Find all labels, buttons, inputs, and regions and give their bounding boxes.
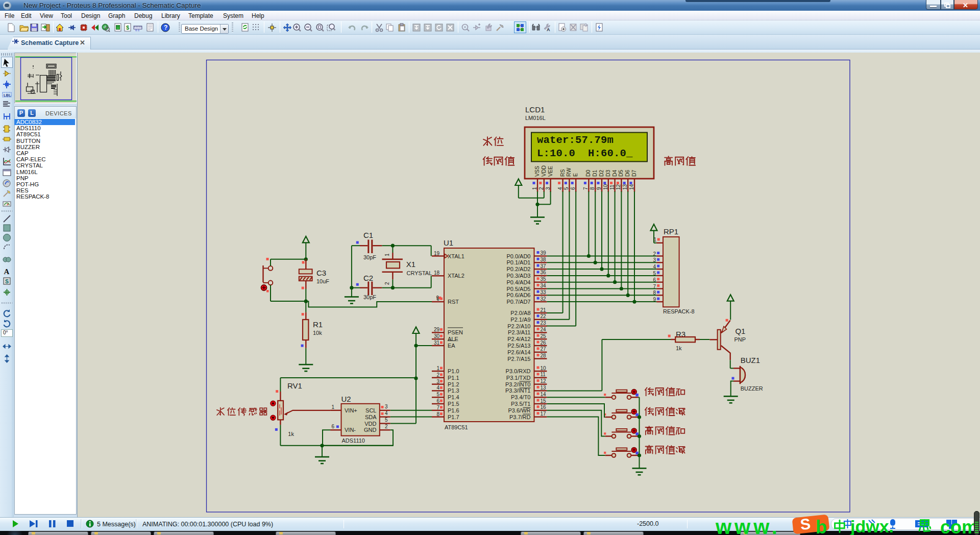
svg-text:3: 3	[385, 404, 388, 409]
svg-text:7: 7	[436, 405, 439, 410]
svg-text:38: 38	[541, 257, 547, 262]
svg-text:ALE: ALE	[448, 336, 458, 342]
svg-text:P2.5/A13: P2.5/A13	[507, 343, 530, 349]
svg-text:7: 7	[653, 284, 656, 289]
svg-text:BUZZER: BUZZER	[741, 385, 763, 392]
svg-text:12: 12	[541, 378, 547, 384]
svg-text:P0.3/AD3: P0.3/AD3	[506, 273, 530, 279]
svg-text:D7: D7	[631, 169, 637, 177]
svg-text:25: 25	[541, 333, 547, 339]
svg-text:2: 2	[436, 372, 439, 378]
svg-text:RV1: RV1	[287, 381, 302, 390]
svg-text:3: 3	[436, 379, 439, 384]
svg-text:P2.3/A11: P2.3/A11	[508, 329, 530, 335]
svg-text:VIN+: VIN+	[345, 407, 357, 414]
svg-text:D2: D2	[598, 169, 604, 177]
svg-text:P2.4/A12: P2.4/A12	[507, 336, 530, 342]
svg-text:1: 1	[384, 253, 390, 256]
svg-text:11: 11	[541, 372, 546, 377]
svg-text:6: 6	[570, 187, 576, 190]
svg-text:35: 35	[541, 276, 547, 282]
svg-text:17: 17	[541, 411, 547, 417]
svg-text:BUZ1: BUZ1	[741, 356, 760, 364]
svg-text:P1.0: P1.0	[448, 368, 459, 374]
svg-text:C2: C2	[363, 274, 373, 282]
svg-text:P2.2/A10: P2.2/A10	[507, 323, 530, 329]
svg-text:P3.1/TXD: P3.1/TXD	[506, 375, 531, 381]
svg-text:P0.0/AD0: P0.0/AD0	[506, 253, 530, 259]
svg-text:18: 18	[434, 270, 440, 276]
svg-text:P2.6/A14: P2.6/A14	[507, 349, 530, 355]
svg-text:C1: C1	[363, 231, 373, 239]
svg-text:6: 6	[653, 277, 656, 283]
svg-text:LM016L: LM016L	[525, 115, 546, 121]
svg-text:RESPACK-8: RESPACK-8	[663, 308, 695, 314]
svg-text:X1: X1	[406, 260, 415, 269]
svg-text:P3.0/RXD: P3.0/RXD	[506, 368, 531, 374]
svg-text:1: 1	[331, 404, 334, 410]
svg-text:1: 1	[653, 237, 656, 242]
svg-text:C3: C3	[316, 269, 326, 277]
svg-text:1k: 1k	[676, 345, 682, 351]
svg-text:CRYSTAL: CRYSTAL	[407, 270, 432, 276]
svg-text:10k: 10k	[313, 330, 322, 336]
svg-text:P0.6/AD6: P0.6/AD6	[506, 292, 530, 298]
svg-text:7: 7	[583, 187, 589, 190]
svg-text:5: 5	[385, 417, 388, 423]
svg-text:10: 10	[541, 366, 547, 371]
svg-text:30pF: 30pF	[363, 254, 376, 260]
svg-text:P2.1/A9: P2.1/A9	[510, 317, 530, 323]
svg-text:32: 32	[541, 296, 547, 302]
svg-text:ADS1110: ADS1110	[342, 437, 365, 444]
svg-text:P1.5: P1.5	[448, 401, 459, 407]
svg-text:5: 5	[564, 187, 569, 190]
svg-text:PNP: PNP	[734, 336, 746, 343]
svg-text:11: 11	[609, 184, 615, 190]
svg-text:AT89C51: AT89C51	[445, 424, 468, 430]
svg-text:23: 23	[541, 320, 547, 326]
svg-text:RW: RW	[566, 168, 572, 177]
svg-text:4: 4	[385, 410, 388, 416]
svg-text:EA: EA	[448, 343, 455, 349]
svg-text:E: E	[572, 173, 578, 177]
svg-text:D4: D4	[611, 169, 618, 177]
svg-text:Q1: Q1	[735, 327, 745, 335]
svg-text:P2.0/A8: P2.0/A8	[510, 310, 530, 316]
svg-text:R1: R1	[313, 320, 323, 329]
svg-text:1k: 1k	[288, 431, 294, 437]
svg-text:4: 4	[653, 264, 656, 270]
svg-text:19: 19	[434, 251, 440, 256]
svg-text:21: 21	[541, 307, 547, 313]
svg-text:31: 31	[434, 340, 440, 346]
svg-text:9: 9	[653, 297, 656, 302]
svg-text:14: 14	[629, 184, 634, 190]
svg-text:D5: D5	[618, 169, 624, 177]
svg-text:5 Message(s): 5 Message(s)	[97, 521, 136, 528]
svg-text:RST: RST	[448, 299, 459, 305]
svg-text:RP1: RP1	[664, 227, 678, 236]
svg-text:5: 5	[436, 392, 439, 397]
svg-text:P3.6/WR: P3.6/WR	[508, 407, 530, 414]
svg-text:SCL: SCL	[365, 407, 376, 414]
svg-text:P1.6: P1.6	[448, 407, 459, 414]
svg-text:9: 9	[596, 187, 602, 190]
svg-text:2: 2	[385, 424, 388, 429]
svg-text:P1.1: P1.1	[448, 375, 459, 381]
svg-text:27: 27	[541, 346, 547, 352]
svg-text:P1.3: P1.3	[448, 387, 459, 394]
svg-text:GND: GND	[364, 427, 377, 433]
svg-text:P1.2: P1.2	[448, 381, 459, 387]
svg-text:36: 36	[541, 270, 547, 275]
svg-text:13: 13	[622, 184, 628, 190]
svg-text:24: 24	[541, 327, 547, 332]
svg-text:8: 8	[590, 187, 595, 190]
svg-text:P3.3/INT1: P3.3/INT1	[505, 387, 531, 394]
svg-text:XTAL2: XTAL2	[448, 273, 464, 279]
svg-text:water:57.79m: water:57.79m	[537, 134, 614, 146]
svg-text:28: 28	[541, 353, 547, 358]
svg-text:10uF: 10uF	[316, 278, 329, 284]
svg-text:4: 4	[436, 385, 439, 391]
svg-text:39: 39	[541, 250, 547, 256]
svg-text:P0.2/AD2: P0.2/AD2	[506, 266, 530, 272]
svg-text:12: 12	[616, 184, 621, 190]
